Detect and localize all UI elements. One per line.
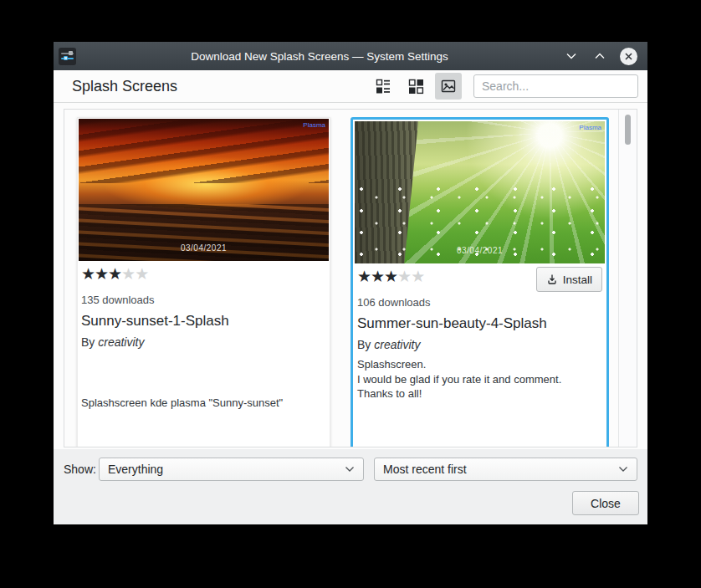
vertical-scrollbar[interactable]: [618, 110, 637, 447]
install-button[interactable]: Install: [536, 267, 602, 292]
footer-bar: Show: Everything Most recent first Close: [54, 449, 647, 524]
splash-card-summer-sun-beauty[interactable]: Plasma 03/04/2021 ★★★★★ Install: [350, 117, 609, 447]
titlebar: Download New Splash Screens — System Set…: [54, 42, 647, 70]
window-title: Download New Splash Screens — System Set…: [76, 50, 563, 63]
close-icon[interactable]: [620, 48, 637, 65]
splash-description: Splashscreen kde plasma "Sunny-sunset": [81, 396, 326, 411]
watermark-text: Plasma: [303, 121, 325, 129]
install-download-icon: [546, 274, 558, 285]
filter-dropdown-value: Everything: [108, 463, 345, 476]
chevron-down-icon: [618, 466, 628, 473]
close-button[interactable]: Close: [572, 491, 639, 515]
downloads-count: 106 downloads: [357, 296, 602, 309]
downloads-count: 135 downloads: [81, 294, 326, 306]
app-sliders-icon: [59, 48, 76, 65]
grid-view-button[interactable]: [402, 73, 429, 100]
watermark-text: Plasma: [579, 124, 601, 131]
splash-title: Sunny-sunset-1-Splash: [81, 313, 326, 330]
filter-dropdown[interactable]: Everything: [99, 458, 364, 481]
splash-card-sunny-sunset[interactable]: Plasma 03/04/2021 ★★★★★ 135 downloads Su…: [77, 117, 330, 447]
maximize-icon[interactable]: [591, 48, 608, 64]
splash-title: Summer-sun-beauty-4-Splash: [357, 315, 602, 332]
grid-view-icon: [407, 77, 425, 95]
splash-preview-image: Plasma 03/04/2021: [355, 121, 605, 263]
author-name: creativity: [374, 338, 420, 351]
author-byline: By creativity: [81, 335, 326, 349]
chevron-down-icon: [345, 466, 355, 473]
timestamp-overlay: 03/04/2021: [79, 243, 329, 253]
author-byline: By creativity: [357, 338, 602, 351]
star-rating: ★★★★★: [81, 266, 148, 283]
splash-list-frame: Plasma 03/04/2021 ★★★★★ 135 downloads Su…: [64, 109, 637, 447]
image-view-icon: [439, 77, 458, 95]
scrollbar-thumb[interactable]: [625, 115, 631, 145]
list-details-view-icon: [374, 77, 392, 95]
splash-description: Splashscreen. I would be glad if you rat…: [357, 357, 602, 401]
settings-dialog-window: Download New Splash Screens — System Set…: [54, 42, 647, 524]
star-rating: ★★★★★: [357, 268, 424, 285]
sort-dropdown[interactable]: Most recent first: [374, 458, 637, 481]
page-header: Splash Screens: [54, 70, 647, 103]
show-label: Show:: [64, 463, 96, 476]
minimize-icon[interactable]: [563, 48, 580, 64]
window-controls: [563, 48, 637, 65]
list-details-view-button[interactable]: [370, 73, 397, 100]
page-title: Splash Screens: [72, 78, 177, 95]
author-name: creativity: [98, 335, 144, 349]
image-view-button[interactable]: [435, 73, 462, 100]
timestamp-overlay: 03/04/2021: [355, 246, 605, 255]
sort-dropdown-value: Most recent first: [383, 463, 618, 476]
splash-preview-image: Plasma 03/04/2021: [79, 119, 329, 261]
content-area: Plasma 03/04/2021 ★★★★★ 135 downloads Su…: [54, 103, 647, 449]
search-input[interactable]: [473, 74, 638, 98]
splash-list-viewport: Plasma 03/04/2021 ★★★★★ 135 downloads Su…: [64, 110, 618, 447]
